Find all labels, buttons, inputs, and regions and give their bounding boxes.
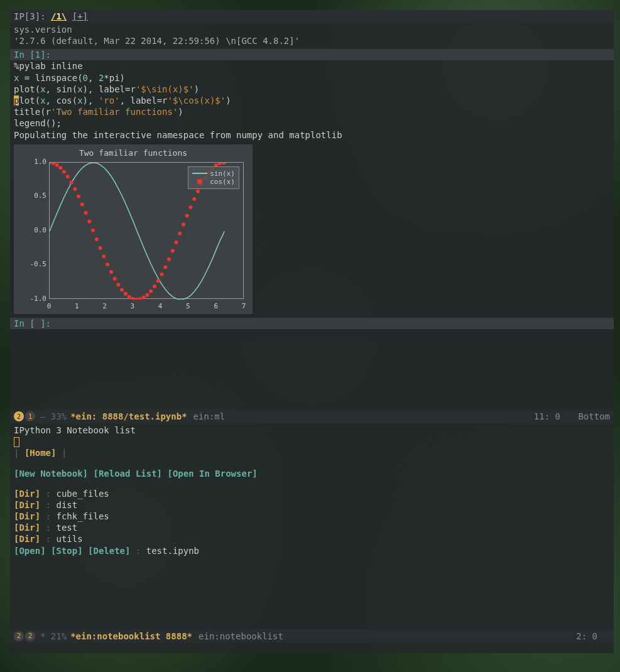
dir-link[interactable]: [Dir] (14, 523, 40, 533)
major-mode: ein:ml (193, 411, 226, 421)
dir-name[interactable]: utils (56, 534, 82, 544)
svg-point-16 (106, 263, 109, 266)
svg-point-12 (91, 228, 95, 232)
svg-point-25 (138, 297, 142, 300)
svg-point-11 (87, 219, 91, 223)
notebook-pane: IP[3]: /1\ [+] sys.version '2.7.6 (defau… (10, 10, 614, 410)
svg-point-27 (145, 293, 149, 296)
home-link[interactable]: [Home] (24, 448, 57, 458)
legend-label: cos(x) (210, 178, 235, 186)
badge-icon: 2 (14, 631, 24, 641)
scroll-pos: Bottom (578, 411, 610, 421)
svg-point-21 (124, 292, 128, 296)
svg-point-30 (156, 279, 160, 283)
svg-point-36 (178, 232, 182, 236)
svg-point-47 (218, 163, 222, 165)
minibuffer[interactable] (10, 642, 614, 653)
delete-file-button[interactable]: [Delete] (88, 546, 130, 556)
cursor-pos: 11: 0 (534, 411, 560, 421)
modeline-top: 2 1 — 33% *ein: 8888/test.ipynb* ein:ml … (10, 410, 614, 423)
legend-line-icon (192, 173, 207, 174)
dir-name[interactable]: cube_files (56, 489, 109, 499)
svg-point-22 (128, 295, 131, 298)
file-name[interactable]: test.ipynb (146, 546, 199, 556)
legend: sin(x) cos(x) (188, 166, 239, 189)
svg-point-39 (189, 205, 193, 209)
major-mode: ein:notebooklist (199, 631, 283, 641)
plot-box: sin(x) cos(x) (49, 162, 244, 299)
empty-cell[interactable] (10, 329, 614, 340)
svg-point-2 (55, 163, 59, 166)
svg-point-34 (171, 249, 175, 252)
svg-point-3 (58, 166, 62, 170)
cursor-pos: 2: 0 (576, 631, 597, 641)
prompt-in-1: In [1]: (10, 49, 614, 60)
legend-dot-icon (197, 179, 202, 184)
output-line: sys.version (14, 24, 610, 35)
dir-link[interactable]: [Dir] (14, 500, 40, 510)
tab-add[interactable]: [+] (72, 11, 88, 21)
svg-point-5 (66, 175, 70, 178)
svg-point-28 (149, 289, 153, 293)
prompt-in-empty: In [ ]: (10, 318, 614, 329)
dir-link[interactable]: [Dir] (14, 489, 40, 499)
open-browser-button[interactable]: [Open In Browser] (167, 469, 257, 479)
svg-point-31 (160, 272, 163, 276)
stop-file-button[interactable]: [Stop] (51, 546, 83, 556)
svg-point-23 (131, 296, 134, 299)
code-cell-1[interactable]: %pylab inline x = linspace(0, 2*pi) plot… (10, 60, 614, 140)
svg-point-7 (73, 187, 77, 191)
output-line: '2.7.6 (default, Mar 22 2014, 22:59:56) … (14, 35, 610, 46)
notebooklist-pane: IPython 3 Notebook list | [Home] | [New … (10, 423, 614, 629)
badge-icon: 2 (25, 631, 35, 641)
cursor-outline (14, 437, 19, 447)
badge-icon: 1 (25, 411, 35, 421)
svg-point-18 (113, 277, 117, 281)
dir-link[interactable]: [Dir] (14, 511, 40, 521)
svg-point-10 (84, 210, 88, 214)
svg-point-19 (116, 283, 120, 286)
dir-name[interactable]: test (56, 523, 77, 533)
svg-point-26 (142, 296, 146, 300)
svg-point-9 (80, 202, 84, 206)
svg-point-40 (192, 197, 196, 201)
svg-point-33 (167, 257, 171, 261)
modeline-bottom: 2 2 * 21% *ein:notebooklist 8888* ein:no… (10, 629, 614, 642)
plot-output: Two familiar functions sin(x) cos(x) -1.… (14, 144, 253, 314)
tab-active[interactable]: /1\ (51, 11, 67, 21)
badge-icon: 2 (14, 411, 24, 421)
chart-title: Two familiar functions (14, 144, 253, 158)
svg-point-14 (99, 246, 102, 250)
svg-point-41 (196, 189, 200, 193)
svg-point-32 (163, 265, 167, 269)
svg-point-29 (153, 285, 156, 288)
svg-point-38 (185, 214, 189, 217)
svg-point-15 (102, 254, 106, 258)
dir-name[interactable]: dist (56, 500, 77, 510)
ip-label: IP[3]: (14, 11, 46, 21)
svg-point-37 (182, 222, 185, 226)
svg-point-1 (52, 163, 55, 165)
new-notebook-button[interactable]: [New Notebook] (14, 469, 88, 479)
reload-list-button[interactable]: [Reload List] (93, 469, 162, 479)
open-file-button[interactable]: [Open] (14, 546, 46, 556)
svg-point-6 (70, 180, 73, 184)
svg-point-17 (109, 270, 113, 274)
svg-point-0 (50, 163, 52, 165)
cell0-output: sys.version '2.7.6 (default, Mar 22 2014… (10, 23, 614, 48)
buffer-name: *ein: 8888/test.ipynb* (70, 411, 187, 421)
svg-point-35 (175, 241, 178, 244)
buffer-name: *ein:notebooklist 8888* (70, 631, 192, 641)
legend-label: sin(x) (210, 170, 235, 178)
svg-point-20 (120, 288, 124, 291)
dir-link[interactable]: [Dir] (14, 534, 40, 544)
svg-point-4 (62, 170, 66, 173)
tab-line: IP[3]: /1\ [+] (10, 10, 614, 23)
svg-point-24 (134, 298, 138, 300)
svg-point-8 (77, 195, 80, 198)
dir-name[interactable]: fchk_files (56, 511, 109, 521)
nblist-title: IPython 3 Notebook list (14, 425, 610, 436)
svg-point-13 (95, 237, 99, 241)
